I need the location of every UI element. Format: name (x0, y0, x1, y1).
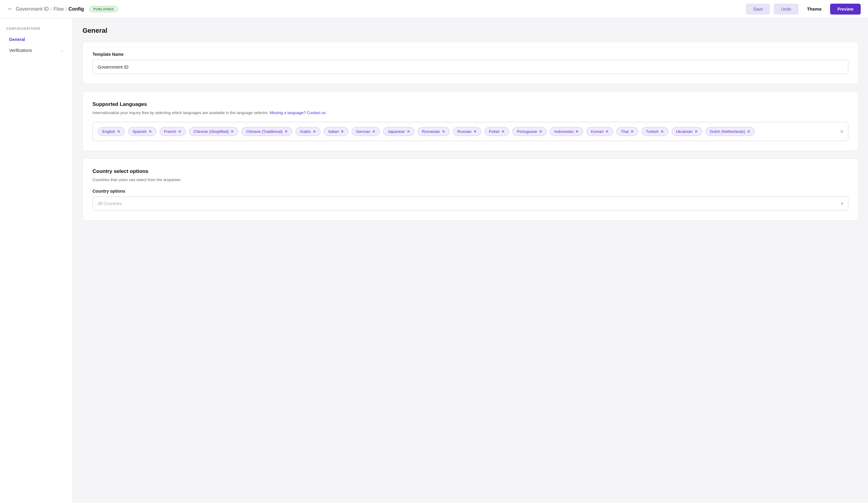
undo-button[interactable]: Undo (774, 4, 798, 14)
language-tag-label: Russian (457, 129, 472, 134)
language-tag-label: German (356, 129, 370, 134)
language-tag-label: Dutch (Netherlands) (710, 129, 745, 134)
preview-button[interactable]: Preview (830, 4, 861, 14)
language-tag-label: Ukrainian (676, 129, 693, 134)
language-tag: Turkish✕ (641, 127, 669, 136)
remove-language-button[interactable]: ✕ (230, 130, 234, 133)
missing-language-link[interactable]: Missing a language? Contact us (270, 111, 326, 115)
language-tag: Chinese (Traditional)✕ (241, 127, 292, 136)
published-badge: PUBLISHED (90, 6, 118, 12)
breadcrumb: ← Government ID / Flow / Config PUBLISHE… (7, 6, 746, 12)
language-tag-label: Japanese (388, 129, 405, 134)
country-select-wrapper: All Countries ▼ (93, 197, 848, 211)
country-options-select[interactable]: All Countries (93, 197, 848, 211)
remove-language-button[interactable]: ✕ (539, 130, 542, 133)
breadcrumb-separator-1: / (50, 7, 52, 11)
language-tag: Dutch (Netherlands)✕ (705, 127, 755, 136)
app-header: ← Government ID / Flow / Config PUBLISHE… (0, 0, 868, 18)
country-select-card: Country select options Countries that us… (82, 158, 858, 221)
language-tag-label: Chinese (Traditional) (246, 129, 282, 134)
language-tag-label: Turkish (646, 129, 659, 134)
clear-all-button[interactable]: ✕ (840, 129, 844, 134)
language-tag-label: Chinese (Simplified) (194, 129, 229, 134)
remove-language-button[interactable]: ✕ (661, 130, 664, 133)
language-tag-label: Italian (328, 129, 339, 134)
remove-language-button[interactable]: ✕ (631, 130, 634, 133)
language-tag: French✕ (159, 127, 186, 136)
language-tag: Japanese✕ (383, 127, 414, 136)
language-tag: Chinese (Simplified)✕ (189, 127, 238, 136)
language-tag-label: Indonesian (555, 129, 574, 134)
language-tag: Thai✕ (616, 127, 638, 136)
language-tag: Korean✕ (586, 127, 613, 136)
language-tag-label: Portuguese (517, 129, 537, 134)
language-tags-container: English✕Spanish✕French✕Chinese (Simplifi… (93, 122, 848, 141)
remove-language-button[interactable]: ✕ (575, 130, 579, 133)
app-layout: CONFIGURATIONS General Verifications ⌄ G… (0, 18, 868, 503)
sidebar-item-general[interactable]: General (6, 34, 66, 44)
language-tag-label: Arabic (300, 129, 311, 134)
language-tag: Italian✕ (323, 127, 349, 136)
chevron-down-icon: ⌄ (60, 48, 63, 52)
remove-language-button[interactable]: ✕ (605, 130, 609, 133)
breadcrumb-config: Config (69, 6, 84, 12)
sidebar-verifications-label: Verifications (9, 48, 32, 53)
language-tag: Spanish✕ (128, 127, 156, 136)
remove-language-button[interactable]: ✕ (148, 130, 152, 133)
remove-language-button[interactable]: ✕ (747, 130, 750, 133)
language-tag-label: Thai (621, 129, 628, 134)
sidebar-section-title: CONFIGURATIONS (6, 27, 66, 30)
remove-language-button[interactable]: ✕ (285, 130, 288, 133)
remove-language-button[interactable]: ✕ (117, 130, 121, 133)
remove-language-button[interactable]: ✕ (694, 130, 698, 133)
remove-language-button[interactable]: ✕ (407, 130, 410, 133)
header-actions: Save Undo Theme Preview (746, 3, 861, 14)
language-tag-label: Korean (591, 129, 603, 134)
page-title: General (82, 27, 858, 34)
remove-language-button[interactable]: ✕ (372, 130, 375, 133)
country-select-description: Countries that users can select from the… (93, 177, 848, 183)
language-tag-label: Romanian (422, 129, 440, 134)
language-tag: Ukrainian✕ (671, 127, 702, 136)
remove-language-button[interactable]: ✕ (178, 130, 182, 133)
sidebar-general-label: General (9, 37, 25, 42)
back-button[interactable]: ← (7, 6, 13, 12)
language-tag-label: Spanish (133, 129, 147, 134)
template-name-input[interactable] (93, 60, 848, 74)
supported-languages-card: Supported Languages Internationalize you… (82, 91, 858, 151)
breadcrumb-flow[interactable]: Flow (53, 6, 64, 12)
language-tag-label: French (164, 129, 176, 134)
supported-languages-title: Supported Languages (93, 101, 848, 107)
theme-button[interactable]: Theme (802, 3, 826, 14)
language-tag: Portuguese✕ (512, 127, 547, 136)
remove-language-button[interactable]: ✕ (341, 130, 344, 133)
remove-language-button[interactable]: ✕ (442, 130, 445, 133)
language-tag-label: Polish (489, 129, 499, 134)
remove-language-button[interactable]: ✕ (313, 130, 316, 133)
language-tag: Indonesian✕ (550, 127, 583, 136)
sidebar-item-verifications[interactable]: Verifications ⌄ (6, 45, 66, 55)
language-tag: English✕ (98, 127, 125, 136)
save-button[interactable]: Save (746, 4, 770, 14)
language-tag: Arabic✕ (296, 127, 321, 136)
template-name-label: Template Name (93, 52, 848, 57)
sidebar: CONFIGURATIONS General Verifications ⌄ (0, 18, 73, 503)
remove-language-button[interactable]: ✕ (473, 130, 477, 133)
main-content: General Template Name Supported Language… (73, 18, 868, 503)
breadcrumb-government-id[interactable]: Government ID (16, 6, 49, 12)
language-tag: Polish✕ (484, 127, 509, 136)
breadcrumb-separator-2: / (65, 7, 67, 11)
language-tag: Romanian✕ (417, 127, 450, 136)
remove-language-button[interactable]: ✕ (501, 130, 505, 133)
country-options-label: Country options (93, 189, 848, 194)
language-tag-label: English (102, 129, 115, 134)
language-tag: Russian✕ (453, 127, 481, 136)
country-select-title: Country select options (93, 168, 848, 174)
language-tag: German✕ (352, 127, 380, 136)
template-name-card: Template Name (82, 42, 858, 84)
supported-languages-description: Internationalize your inquiry flow by se… (93, 110, 848, 116)
